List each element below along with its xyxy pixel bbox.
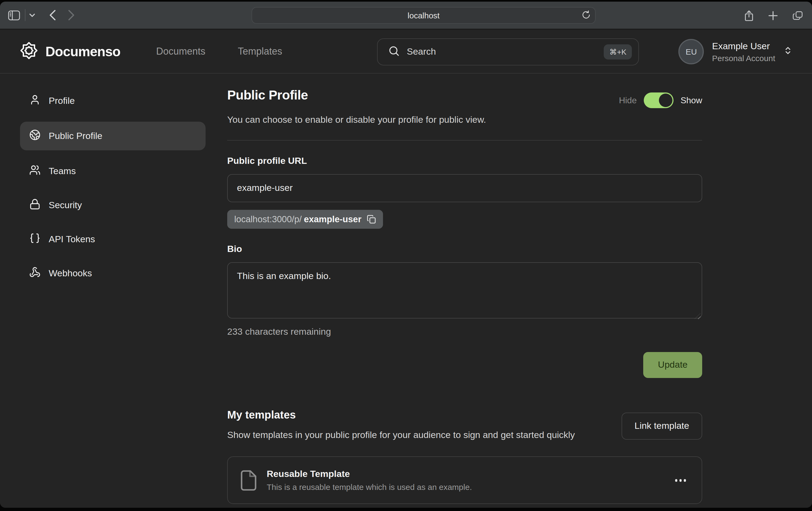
braces-icon [29,233,40,246]
reload-icon[interactable] [582,10,590,20]
sidebar-item-label: API Tokens [49,234,95,245]
search-input[interactable] [407,47,604,57]
my-templates-title: My templates [227,409,575,421]
toolbar-separator [25,9,25,21]
sidebar-item-label: Public Profile [49,130,102,142]
forward-icon[interactable] [68,10,75,21]
template-list-item[interactable]: Reusable Template This is a reusable tem… [227,457,702,504]
brand[interactable]: Documenso [20,41,120,62]
content: Profile Public Profile Teams Security [0,73,812,507]
template-item-title: Reusable Template [267,469,472,480]
file-icon [240,470,257,491]
bio-textarea[interactable]: This is an example bio. [227,262,702,319]
avatar-initials: EU [686,47,697,56]
bio-wrap: This is an example bio. [227,255,702,321]
toolbar-right-group [744,2,803,30]
user-name: Example User [712,41,776,52]
templates-header-text: My templates Show templates in your publ… [227,409,575,443]
settings-sidebar: Profile Public Profile Teams Security [20,88,206,507]
bio-field-label: Bio [227,244,702,255]
sidebar-item-label: Webhooks [49,268,92,279]
chevrons-up-down-icon [783,46,792,57]
back-icon[interactable] [49,10,56,21]
page-subtitle: You can choose to enable or disable your… [227,115,702,125]
address-bar-url: localhost [408,11,439,20]
documenso-logo-icon [20,41,38,62]
search-icon [388,45,400,59]
app-header: Documenso Documents Templates ⌘+K EU [0,30,812,73]
user-account-type: Personal Account [712,53,776,62]
sidebar-item-profile[interactable]: Profile [20,88,206,114]
lock-icon [29,199,40,212]
profile-url-slug: example-user [304,214,361,224]
users-icon [29,164,40,178]
section-divider [227,140,702,141]
user-text: Example User Personal Account [712,41,776,62]
app-root: Documenso Documents Templates ⌘+K EU [0,30,812,507]
page-title: Public Profile [227,88,308,103]
search-box[interactable]: ⌘+K [377,38,639,65]
sidebar-item-label: Teams [49,166,76,177]
url-field-label: Public profile URL [227,156,702,167]
user-icon [29,94,40,108]
sidebar-item-api-tokens[interactable]: API Tokens [20,226,206,252]
visibility-toggle[interactable] [644,92,673,108]
top-nav: Documents Templates [156,46,282,57]
sidebar-item-public-profile[interactable]: Public Profile [20,122,206,150]
template-actions-menu-icon[interactable] [672,476,689,485]
avatar: EU [679,39,704,64]
sidebar-item-webhooks[interactable]: Webhooks [20,260,206,287]
globe-icon [29,129,40,143]
tab-overview-icon[interactable] [792,11,803,21]
browser-toolbar: localhost [0,2,812,30]
sidebar-item-security[interactable]: Security [20,192,206,218]
screen: localhost [0,0,812,511]
sidebar-item-label: Security [49,200,82,211]
link-template-button[interactable]: Link template [621,413,702,440]
main-panel: Public Profile Hide Show You can choose … [227,88,702,507]
user-menu[interactable]: EU Example User Personal Account [679,39,793,64]
profile-url-preview-badge[interactable]: localhost:3000/p/ example-user [227,210,383,229]
sidebar-item-teams[interactable]: Teams [20,158,206,184]
template-item-text: Reusable Template This is a reusable tem… [267,469,472,492]
brand-name: Documenso [46,43,120,59]
profile-url-prefix: localhost:3000/p/ [234,214,302,224]
browser-window: localhost [0,2,812,508]
webhook-icon [29,267,40,280]
nav-templates[interactable]: Templates [238,46,282,57]
my-templates-description: Show templates in your public profile fo… [227,428,575,443]
nav-documents[interactable]: Documents [156,46,205,57]
chevron-down-icon[interactable] [29,13,35,17]
public-profile-url-input[interactable] [227,174,702,202]
sidebar-toggle-icon[interactable] [8,10,20,20]
template-item-description: This is a reusable template which is use… [267,483,472,492]
search-shortcut-badge: ⌘+K [604,44,632,59]
toolbar-left-group [0,9,75,21]
toggle-hide-label: Hide [619,95,637,105]
update-button[interactable]: Update [643,352,702,378]
profile-visibility-toggle-group: Hide Show [619,92,702,108]
copy-icon[interactable] [367,215,376,224]
toggle-knob [659,94,672,107]
sidebar-item-label: Profile [49,95,75,106]
toggle-show-label: Show [680,95,702,105]
new-tab-icon[interactable] [768,11,778,21]
address-bar[interactable]: localhost [252,7,596,24]
characters-remaining: 233 characters remaining [227,327,702,337]
share-icon[interactable] [744,10,754,21]
